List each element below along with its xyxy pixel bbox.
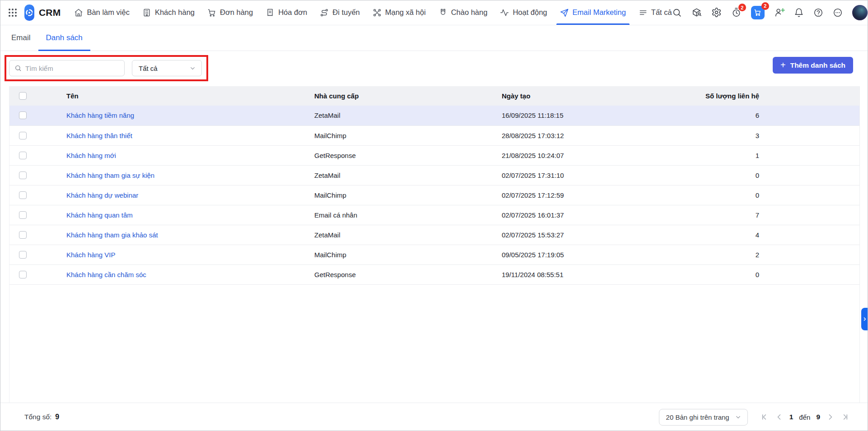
package-search-icon[interactable] [691,7,702,18]
nav-label: Khách hàng [155,8,195,17]
list-created: 02/07/2025 17:31:10 [502,165,700,185]
row-checkbox[interactable] [19,132,27,139]
menu-icon [639,8,648,17]
add-user-icon[interactable] [774,7,784,18]
row-checkbox[interactable] [19,111,27,119]
send-icon [560,8,569,17]
table-row: Khách hàng tham gia khảo sát ZetaMail 02… [9,225,859,245]
nav-item-email-marketing[interactable]: Email Marketing [560,0,626,25]
row-checkbox[interactable] [19,231,27,239]
nav-item-social[interactable]: Mạng xã hội [373,0,426,25]
list-name-link[interactable]: Khách hàng quan tâm [66,211,133,219]
row-checkbox[interactable] [19,171,27,179]
search-input[interactable] [25,65,120,72]
cart-button[interactable]: 2 [751,6,765,19]
list-name-link[interactable]: Khách hàng tiềm năng [66,111,134,119]
annotation-red-box: Tất cả [5,55,208,81]
list-contacts: 1 [700,145,759,165]
list-contacts: 4 [700,225,759,245]
list-contacts: 0 [700,165,759,185]
page-range-end: 9 [816,413,820,421]
list-contacts: 3 [700,125,759,145]
next-page-button[interactable] [826,412,835,422]
list-provider: ZetaMail [314,225,502,245]
nav-item-activity[interactable]: Hoạt động [500,0,547,25]
table-row: Khách hàng cần chăm sóc GetResponse 19/1… [9,264,859,284]
app-launcher-grid-icon[interactable] [7,7,18,18]
nav-item-routes[interactable]: Đi tuyến [320,0,360,25]
search-icon [14,65,22,72]
nav-label: Đi tuyến [332,8,360,17]
list-name-link[interactable]: Khách hàng tham gia khảo sát [66,231,158,239]
list-provider: ZetaMail [314,165,502,185]
list-created: 02/07/2025 16:01:37 [502,205,700,225]
activity-icon [500,8,509,17]
prev-page-button[interactable] [775,412,784,422]
top-navbar: CRM Bàn làm việc Khách hàng Đơn hàng Hóa… [0,0,868,25]
list-provider: GetResponse [314,145,502,165]
nav-label: Tất cả [651,8,672,17]
row-checkbox[interactable] [19,152,27,159]
nav-item-all-menu[interactable]: Tất cả [639,0,672,25]
nav-item-workspace[interactable]: Bàn làm việc [74,0,129,25]
notifications-bell-icon[interactable] [794,8,804,18]
first-page-button[interactable] [760,412,769,422]
list-provider: MailChimp [314,185,502,205]
nav-label: Đơn hàng [220,8,253,17]
provider-filter-select[interactable]: Tất cả [132,60,202,76]
settings-gear-icon[interactable] [711,7,722,18]
add-list-button[interactable]: + Thêm danh sách [773,57,853,74]
row-checkbox[interactable] [19,251,27,259]
row-checkbox[interactable] [19,211,27,219]
chevron-down-icon [189,65,196,72]
magnet-icon [439,8,448,17]
row-checkbox[interactable] [19,191,27,199]
list-name-link[interactable]: Khách hàng dự webinar [66,191,138,199]
nav-label: Hóa đơn [278,8,307,17]
help-icon[interactable] [813,8,823,18]
tab-danh-sach[interactable]: Danh sách [38,25,90,51]
list-provider: Email cá nhân [314,205,502,225]
timer-icon[interactable]: 2 [731,7,742,18]
search-icon[interactable] [672,8,682,18]
list-contacts: 7 [700,205,759,225]
crm-logo-icon[interactable] [24,5,34,21]
tab-danh-sach-label: Danh sách [46,33,83,42]
table-row: Khách hàng quan tâm Email cá nhân 02/07/… [9,205,859,225]
nav-item-invoices[interactable]: Hóa đơn [266,0,307,25]
expand-drawer-button[interactable] [861,308,868,330]
table-row: Khách hàng thân thiết MailChimp 28/08/20… [9,125,859,145]
list-name-link[interactable]: Khách hàng VIP [66,251,115,259]
cart-badge: 2 [761,2,769,10]
nav-item-orders[interactable]: Đơn hàng [207,0,253,25]
chevron-down-icon [735,414,742,421]
list-provider: MailChimp [314,245,502,264]
more-options-icon[interactable] [833,8,843,18]
plus-icon [780,8,785,13]
select-all-checkbox[interactable] [19,92,27,100]
list-contacts: 2 [700,245,759,264]
list-table: Tên Nhà cung cấp Ngày tạo Số lượng liên … [9,86,859,285]
filter-selected-value: Tất cả [139,65,158,72]
nav-label: Hoạt động [513,8,547,17]
page-size-label: 20 Bản ghi trên trang [666,413,729,421]
list-name-link[interactable]: Khách hàng mới [66,152,116,159]
user-avatar[interactable] [852,5,868,20]
nav-item-offers[interactable]: Chào hàng [439,0,488,25]
table-footer: Tổng số: 9 20 Bản ghi trên trang 1 đến 9 [0,403,868,431]
table-row: Khách hàng VIP MailChimp 09/05/2025 17:1… [9,245,859,264]
last-page-button[interactable] [841,412,850,422]
list-name-link[interactable]: Khách hàng thân thiết [66,132,132,139]
timer-badge: 2 [738,4,746,11]
page-size-select[interactable]: 20 Bản ghi trên trang [659,409,748,426]
search-field[interactable] [9,60,125,76]
row-checkbox[interactable] [19,271,27,278]
nav-label: Mạng xã hội [385,8,426,17]
list-name-link[interactable]: Khách hàng cần chăm sóc [66,271,146,278]
chevron-right-icon [862,316,868,322]
nav-item-customers[interactable]: Khách hàng [142,0,195,25]
tab-email[interactable]: Email [4,25,38,51]
list-name-link[interactable]: Khách hàng tham gia sự kiện [66,171,154,179]
page-range-separator: đến [799,413,810,421]
list-created: 19/11/2024 08:55:51 [502,264,700,284]
